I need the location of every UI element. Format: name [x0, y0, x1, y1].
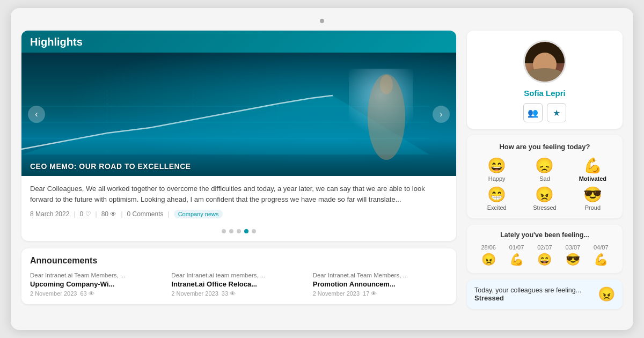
ann-footer-1: 2 November 2023 63 👁	[30, 290, 165, 297]
carousel-dot-2[interactable]	[229, 229, 233, 233]
ann-title-3[interactable]: Promotion Announcem...	[313, 280, 448, 288]
highlights-body: Dear Colleagues, We all worked together …	[21, 176, 456, 224]
feeling-proud[interactable]: 😎 Proud	[572, 187, 614, 211]
highlights-card: Highlights	[21, 31, 456, 241]
lately-emoji-1: 😠	[481, 253, 496, 267]
ann-date-2: 2 November 2023	[171, 290, 218, 297]
sad-label: Sad	[539, 175, 550, 182]
ann-teaser-3: Dear Intranet.ai Team Members, ...	[313, 272, 448, 278]
ann-views-1: 63 👁	[80, 290, 94, 297]
lately-emoji-4: 😎	[566, 253, 580, 267]
highlights-views: 80 👁	[101, 210, 117, 218]
profile-card: Sofia Lepri 👥 ★	[467, 31, 623, 129]
lately-row: 28/06 😠 01/07 💪 02/07 😄 03/07 😎	[474, 244, 615, 267]
profile-team-button[interactable]: 👥	[523, 103, 543, 122]
announcement-item-2: Dear Intranet.ai team members, ... Intra…	[171, 272, 306, 297]
ann-teaser-2: Dear Intranet.ai team members, ...	[171, 272, 306, 278]
ann-views-3: 17 👁	[363, 290, 377, 297]
profile-actions: 👥 ★	[475, 103, 614, 122]
highlights-title: Highlights	[30, 36, 83, 48]
lately-emoji-2: 💪	[509, 253, 524, 267]
hand-svg	[349, 63, 424, 171]
ann-title-1[interactable]: Upcoming Company-Wi...	[30, 280, 165, 288]
avatar	[523, 40, 566, 83]
announcements-card: Announcements Dear Intranet.ai Team Memb…	[21, 248, 456, 304]
proud-emoji: 😎	[583, 187, 602, 202]
lately-item-2: 01/07 💪	[509, 244, 524, 267]
carousel-dot-3[interactable]	[237, 229, 241, 233]
svg-point-9	[380, 75, 393, 94]
carousel-prev-button[interactable]: ‹	[28, 106, 45, 123]
carousel-dot-5[interactable]	[252, 229, 256, 233]
lately-date-1: 28/06	[481, 244, 496, 251]
ann-date-3: 2 November 2023	[313, 290, 360, 297]
announcement-item-1: Dear Intranet.ai Team Members, ... Upcom…	[30, 272, 165, 297]
lately-card: Lately you've been feeling... 28/06 😠 01…	[467, 225, 623, 273]
lately-emoji-3: 😄	[537, 253, 552, 267]
colleagues-text: Today, your colleagues are feeling... St…	[474, 286, 581, 302]
ann-teaser-1: Dear Intranet.ai Team Members, ...	[30, 272, 165, 278]
ann-title-2[interactable]: Intranet.ai Office Reloca...	[171, 280, 306, 288]
happy-emoji: 😄	[487, 158, 506, 173]
carousel-next-button[interactable]: ›	[433, 106, 450, 123]
lately-date-3: 02/07	[537, 244, 552, 251]
profile-name: Sofia Lepri	[475, 89, 614, 98]
lately-date-2: 01/07	[509, 244, 524, 251]
device-notch	[320, 19, 324, 23]
happy-label: Happy	[488, 175, 506, 182]
feeling-card: How are you feeling today? 😄 Happy 😞 Sad…	[467, 135, 623, 218]
announcements-title: Announcements	[30, 256, 448, 266]
excited-emoji: 😁	[487, 187, 506, 202]
feeling-motivated[interactable]: 💪 Motivated	[572, 158, 614, 182]
motivated-label: Motivated	[579, 175, 606, 182]
ann-date-1: 2 November 2023	[30, 290, 77, 297]
highlights-text: Dear Colleagues, We all worked together …	[30, 183, 448, 204]
carousel-dot-1[interactable]	[222, 229, 226, 233]
highlights-date: 8 March 2022	[30, 210, 69, 218]
highlights-comments: 0 Comments	[127, 210, 164, 218]
lately-item-1: 28/06 😠	[481, 244, 496, 267]
announcement-item-3: Dear Intranet.ai Team Members, ... Promo…	[313, 272, 448, 297]
carousel-dot-4[interactable]	[244, 229, 248, 233]
right-column: Sofia Lepri 👥 ★ How are you feeling toda…	[467, 31, 623, 309]
feeling-excited[interactable]: 😁 Excited	[475, 187, 518, 211]
slide-caption: CEO MEMO: OUR ROAD TO EXCELLENCE	[21, 157, 200, 176]
stressed-label: Stressed	[533, 204, 556, 211]
lately-item-4: 03/07 😎	[566, 244, 581, 267]
avatar-image	[525, 42, 565, 82]
ann-views-2: 33 👁	[222, 290, 236, 297]
feeling-happy[interactable]: 😄 Happy	[475, 158, 518, 182]
lately-item-3: 02/07 😄	[537, 244, 552, 267]
lately-emoji-5: 💪	[594, 253, 608, 267]
highlights-image: ‹ › CEO MEMO: OUR ROAD TO EXCELLENCE	[21, 53, 456, 176]
colleagues-status: Stressed	[474, 294, 581, 302]
highlights-meta: 8 March 2022 | 0 ♡ | 80 👁 | 0 Comments |…	[30, 210, 448, 218]
carousel-dots	[21, 224, 456, 241]
highlights-header: Highlights	[21, 31, 456, 53]
profile-star-button[interactable]: ★	[547, 103, 566, 122]
feeling-title: How are you feeling today?	[475, 143, 614, 151]
main-layout: Highlights	[21, 31, 623, 309]
highlights-likes: 0 ♡	[80, 210, 91, 218]
ann-footer-3: 2 November 2023 17 👁	[313, 290, 448, 297]
feeling-sad[interactable]: 😞 Sad	[523, 158, 566, 182]
lately-date-5: 04/07	[594, 244, 609, 251]
feeling-grid: 😄 Happy 😞 Sad 💪 Motivated 😁 Excited	[475, 158, 614, 211]
excited-label: Excited	[487, 204, 507, 211]
lately-title: Lately you've been feeling...	[474, 231, 615, 239]
motivated-emoji: 💪	[583, 158, 602, 173]
highlights-tag[interactable]: Company news	[174, 210, 223, 218]
sad-emoji: 😞	[535, 158, 554, 173]
colleagues-label: Today, your colleagues are feeling...	[474, 286, 581, 294]
colleagues-emoji: 😠	[598, 286, 615, 303]
stressed-emoji: 😠	[535, 187, 554, 202]
proud-label: Proud	[585, 204, 601, 211]
lately-item-5: 04/07 💪	[594, 244, 609, 267]
avatar-shoulder	[526, 68, 564, 82]
announcements-grid: Dear Intranet.ai Team Members, ... Upcom…	[30, 272, 448, 297]
feeling-stressed[interactable]: 😠 Stressed	[523, 187, 566, 211]
lately-date-4: 03/07	[566, 244, 581, 251]
colleagues-card: Today, your colleagues are feeling... St…	[467, 280, 623, 309]
left-column: Highlights	[21, 31, 456, 309]
device-frame: Highlights	[11, 8, 633, 330]
